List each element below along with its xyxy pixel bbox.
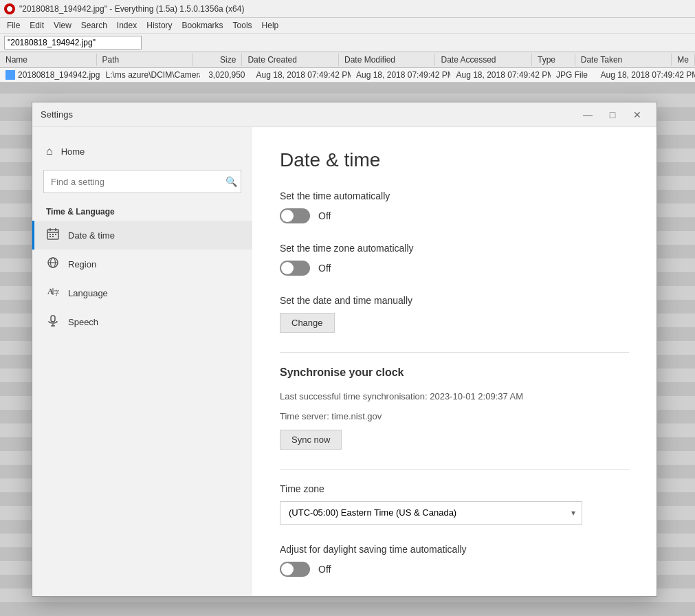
svg-rect-15 [51,316,55,322]
col-size: Size [193,54,242,66]
region-icon [46,256,60,272]
close-button[interactable]: ✕ [626,107,648,123]
row-cell-type: JPG File [551,69,595,81]
set-timezone-auto-toggle[interactable] [280,261,310,276]
everything-menubar: File Edit View Search Index History Book… [0,18,695,33]
set-time-auto-label: Set the time automatically [280,190,629,201]
timezone-group: Time zone (UTC-05:00) Eastern Time (US &… [280,483,629,525]
daylight-toggle-row: Off [280,562,629,577]
sync-now-button[interactable]: Sync now [280,430,342,450]
svg-text:字: 字 [54,289,59,296]
change-button[interactable]: Change [280,313,335,333]
sync-server: Time server: time.nist.gov [280,410,629,424]
col-extra: Me [672,54,695,66]
set-timezone-auto-toggle-row: Off [280,261,629,276]
timezone-dropdown-wrapper: (UTC-05:00) Eastern Time (US & Canada) (… [280,501,582,525]
col-path: Path [97,54,194,66]
row-cell-size: 3,020,950 [200,69,251,81]
svg-rect-8 [52,236,54,237]
timezone-dropdown[interactable]: (UTC-05:00) Eastern Time (US & Canada) (… [280,501,582,525]
home-icon: ⌂ [46,145,53,157]
set-manual-group: Set the date and time manually Change [280,295,629,333]
minimize-button[interactable]: — [577,107,599,123]
sidebar-item-label-speech: Speech [68,317,98,327]
titlebar-controls: — □ ✕ [577,107,648,123]
settings-body: ⌂ Home 🔍 Time & Language [32,127,657,596]
svg-rect-5 [52,234,54,235]
daylight-toggle[interactable] [280,562,310,577]
svg-rect-4 [49,234,51,235]
daylight-group: Adjust for daylight saving time automati… [280,544,629,577]
sidebar-section-label: Time & Language [32,199,252,221]
maximize-button[interactable]: □ [602,107,624,123]
col-date-modified: Date Modified [339,54,436,66]
row-cell-date-modified: Aug 18, 2018 07:49:42 PM [351,69,450,81]
sidebar-item-speech[interactable]: Speech [32,307,252,336]
speech-icon [46,314,60,329]
svg-rect-3 [55,228,56,231]
menu-search[interactable]: Search [77,19,111,32]
sidebar-home-label: Home [61,146,85,157]
sidebar-item-date-time[interactable]: Date & time [32,221,252,250]
everything-search-input[interactable] [4,36,142,50]
col-type: Type [532,54,575,66]
svg-rect-6 [55,234,56,235]
set-manual-label: Set the date and time manually [280,295,629,306]
divider-2 [280,469,629,470]
menu-edit[interactable]: Edit [25,19,48,32]
timezone-label: Time zone [280,483,629,494]
set-timezone-auto-value: Off [318,263,331,274]
settings-window-title: Settings [41,109,73,120]
svg-rect-2 [49,228,51,231]
settings-main: Date & time Set the time automatically O… [252,127,657,596]
menu-help[interactable]: Help [258,19,283,32]
settings-titlebar: Settings — □ ✕ [32,102,657,127]
row-cell-date-accessed: Aug 18, 2018 07:49:42 PM [450,69,550,81]
sidebar-item-label-date-time: Date & time [68,230,115,241]
menu-tools[interactable]: Tools [229,19,256,32]
menu-history[interactable]: History [142,19,176,32]
col-date-created: Date Created [242,54,339,66]
everything-titlebar: "20180818_194942.jpg" - Everything (1.5a… [0,0,695,18]
daylight-label: Adjust for daylight saving time automati… [280,544,629,555]
menu-index[interactable]: Index [113,19,141,32]
datetime-icon [46,228,60,243]
settings-search-box: 🔍 [43,170,241,193]
sync-clock-group: Synchronise your clock Last successful t… [280,366,629,450]
col-name: Name [0,54,97,66]
col-date-taken: Date Taken [575,54,672,66]
search-icon[interactable]: 🔍 [225,176,237,187]
sync-last-success: Last successful time synchronisation: 20… [280,390,629,404]
sidebar-item-language[interactable]: A 字 Language [32,278,252,307]
divider-1 [280,352,629,353]
settings-window: Settings — □ ✕ ⌂ Home 🔍 Time & Language [32,102,657,597]
row-cell-date-taken: Aug 18, 2018 07:49:42 PM [595,69,695,81]
everything-app: "20180818_194942.jpg" - Everything (1.5a… [0,0,695,83]
menu-file[interactable]: File [3,19,24,32]
col-date-accessed: Date Accessed [435,54,532,66]
row-cell-date-created: Aug 18, 2018 07:49:42 PM [251,69,351,81]
everything-columns-header: Name Path Size Date Created Date Modifie… [0,52,695,68]
settings-sidebar: ⌂ Home 🔍 Time & Language [32,127,252,596]
set-time-auto-value: Off [318,210,331,221]
sidebar-item-region[interactable]: Region [32,250,252,278]
menu-bookmarks[interactable]: Bookmarks [178,19,228,32]
sidebar-item-label-region: Region [68,259,96,270]
sidebar-home-item[interactable]: ⌂ Home [32,138,252,164]
everything-title: "20180818_194942.jpg" - Everything (1.5a… [19,4,244,14]
settings-search-input[interactable] [43,170,241,193]
table-row[interactable]: 20180818_194942.jpg L:\ms azure\DCIM\Cam… [0,68,695,82]
daylight-value: Off [318,564,331,575]
file-icon [5,70,15,80]
sidebar-item-label-language: Language [68,288,108,298]
menu-view[interactable]: View [49,19,76,32]
sync-section-label: Synchronise your clock [280,366,629,379]
page-title: Date & time [280,149,629,171]
everything-app-icon [4,3,15,14]
set-time-auto-toggle-row: Off [280,208,629,223]
set-timezone-auto-label: Set the time zone automatically [280,243,629,254]
set-time-auto-toggle[interactable] [280,208,310,223]
set-time-auto-group: Set the time automatically Off [280,190,629,223]
everything-toolbar [0,33,695,52]
set-timezone-auto-group: Set the time zone automatically Off [280,243,629,276]
